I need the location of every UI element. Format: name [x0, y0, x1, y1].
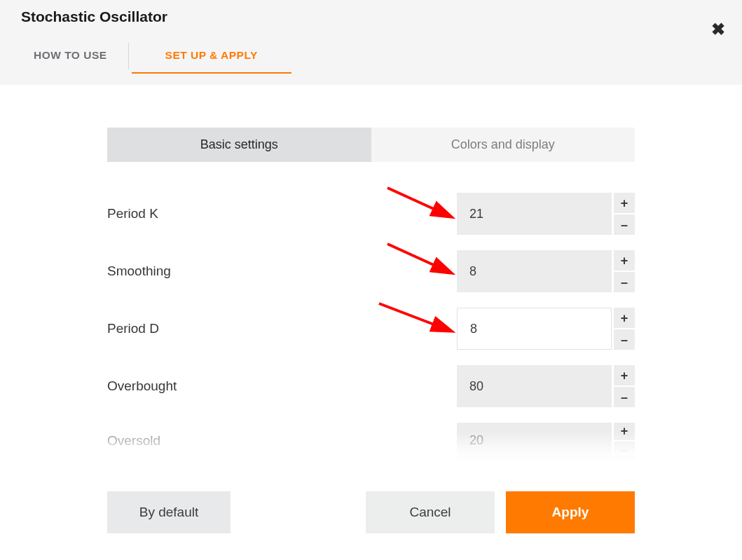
- close-icon[interactable]: ✖: [711, 20, 725, 39]
- stepper-oversold: + –: [614, 423, 635, 459]
- cancel-button[interactable]: Cancel: [366, 491, 495, 533]
- subtabs: Basic settings Colors and display: [107, 128, 635, 162]
- minus-icon[interactable]: –: [614, 329, 635, 350]
- row-period-d: Period D + –: [107, 308, 635, 350]
- tab-how-to-use[interactable]: HOW TO USE: [21, 39, 125, 73]
- dialog-header: Stochastic Oscillator ✖ HOW TO USE SET U…: [0, 0, 742, 86]
- label-oversold: Oversold: [107, 433, 457, 449]
- stepper-smoothing: + –: [614, 250, 635, 292]
- minus-icon[interactable]: –: [614, 442, 635, 459]
- dialog-body: Basic settings Colors and display Period…: [0, 86, 742, 533]
- plus-icon[interactable]: +: [614, 308, 635, 328]
- minus-icon[interactable]: –: [614, 387, 635, 407]
- row-oversold: Oversold + –: [107, 423, 635, 459]
- plus-icon[interactable]: +: [614, 365, 635, 385]
- label-overbought: Overbought: [107, 378, 457, 394]
- header-tabs: HOW TO USE SET UP & APPLY: [21, 39, 721, 73]
- input-period-k[interactable]: [457, 193, 612, 235]
- minus-icon[interactable]: –: [614, 214, 635, 235]
- input-overbought[interactable]: [457, 365, 612, 407]
- stepper-overbought: + –: [614, 365, 635, 407]
- row-smoothing: Smoothing + –: [107, 250, 635, 292]
- settings-fields: Period K + – Smoothing +: [107, 193, 635, 459]
- label-smoothing: Smoothing: [107, 264, 457, 279]
- plus-icon[interactable]: +: [614, 250, 635, 271]
- row-overbought: Overbought + –: [107, 365, 635, 407]
- subtab-colors-display[interactable]: Colors and display: [371, 128, 635, 162]
- row-period-k: Period K + –: [107, 193, 635, 235]
- label-period-d: Period D: [107, 321, 457, 336]
- dialog-footer: By default Cancel Apply: [107, 491, 635, 533]
- dialog-title: Stochastic Oscillator: [21, 8, 721, 25]
- plus-icon[interactable]: +: [614, 423, 635, 440]
- apply-button[interactable]: Apply: [506, 491, 635, 533]
- minus-icon[interactable]: –: [614, 272, 635, 292]
- stepper-period-d: + –: [614, 308, 635, 350]
- subtab-basic-settings[interactable]: Basic settings: [107, 128, 371, 162]
- stepper-period-k: + –: [614, 193, 635, 235]
- tab-setup-apply[interactable]: SET UP & APPLY: [132, 39, 291, 73]
- by-default-button[interactable]: By default: [107, 491, 231, 533]
- label-period-k: Period K: [107, 206, 457, 221]
- tab-separator: [128, 43, 129, 69]
- input-oversold[interactable]: [457, 423, 612, 459]
- input-period-d[interactable]: [457, 308, 612, 350]
- plus-icon[interactable]: +: [614, 193, 635, 213]
- input-smoothing[interactable]: [457, 250, 612, 292]
